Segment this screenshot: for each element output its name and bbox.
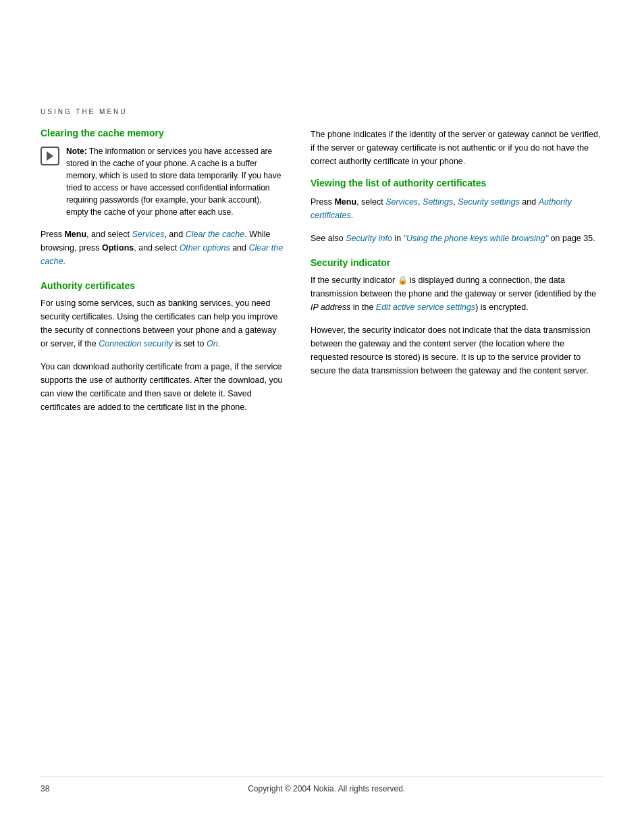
services-link: Services (132, 230, 164, 239)
security-settings-link: Security settings (458, 197, 520, 207)
other-options-link: Other options (180, 243, 230, 253)
right-intro-para: The phone indicates if the identity of t… (311, 128, 603, 168)
note-arrow-icon (47, 151, 53, 161)
phone-keys-link: "Using the phone keys while browsing" (404, 234, 549, 243)
settings-link: Settings (423, 197, 453, 207)
note-label: Note: (66, 147, 87, 156)
footer: 38 Copyright © 2004 Nokia. All rights re… (41, 777, 603, 793)
clearing-cache-para1: Press Menu, and select Services, and Cle… (41, 228, 284, 268)
clearing-cache-section: Clearing the cache memory Note: The info… (41, 128, 284, 268)
on-link: On (207, 339, 218, 348)
note-box: Note: The information or services you ha… (41, 145, 284, 218)
edit-active-link: Edit active service settings (376, 303, 475, 312)
authority-certs-para2: You can download authority certificate f… (41, 360, 284, 414)
menu-bold: Menu (64, 230, 86, 239)
authority-certs-heading: Authority certificates (41, 280, 284, 291)
security-info-link: Security info (346, 234, 392, 243)
clearing-cache-heading: Clearing the cache memory (41, 128, 284, 138)
note-body: The information or services you have acc… (66, 147, 281, 217)
viewing-list-heading: Viewing the list of authority certificat… (311, 178, 603, 188)
security-indicator-para1: If the security indicator 🔒 is displayed… (311, 273, 603, 314)
security-indicator-section: Security indicator If the security indic… (311, 257, 603, 377)
viewing-list-section: Viewing the list of authority certificat… (311, 178, 603, 245)
security-indicator-para2: However, the security indicator does not… (311, 323, 603, 377)
connection-security-link: Connection security (99, 339, 173, 348)
security-indicator-heading: Security indicator (311, 257, 603, 268)
lock-icon: 🔒 (398, 274, 408, 287)
note-text: Note: The information or services you ha… (66, 145, 284, 218)
viewing-list-para: Press Menu, select Services, Settings, S… (311, 195, 603, 222)
clear-cache-link-2: Clear the cache (41, 243, 283, 266)
menu-bold-2: Menu (334, 197, 356, 207)
footer-copyright: Copyright © 2004 Nokia. All rights reser… (49, 784, 603, 793)
clear-cache-link: Clear the cache (186, 230, 245, 239)
section-label: Using the menu (41, 108, 603, 115)
options-bold: Options (102, 243, 134, 253)
see-also-para: See also Security info in "Using the pho… (311, 232, 603, 245)
note-icon (41, 147, 59, 165)
page-ref-35: 35 (583, 234, 593, 243)
services-link-2: Services (385, 197, 418, 207)
two-column-layout: Clearing the cache memory Note: The info… (41, 128, 603, 423)
left-column: Clearing the cache memory Note: The info… (41, 128, 284, 423)
ip-address-italic: IP address (311, 303, 350, 312)
authority-certs-para1: For using some services, such as banking… (41, 296, 284, 350)
right-column: The phone indicates if the identity of t… (311, 128, 603, 423)
page: Using the menu Clearing the cache memory… (0, 0, 644, 834)
footer-page-number: 38 (41, 784, 49, 793)
authority-certs-section: Authority certificates For using some se… (41, 280, 284, 414)
